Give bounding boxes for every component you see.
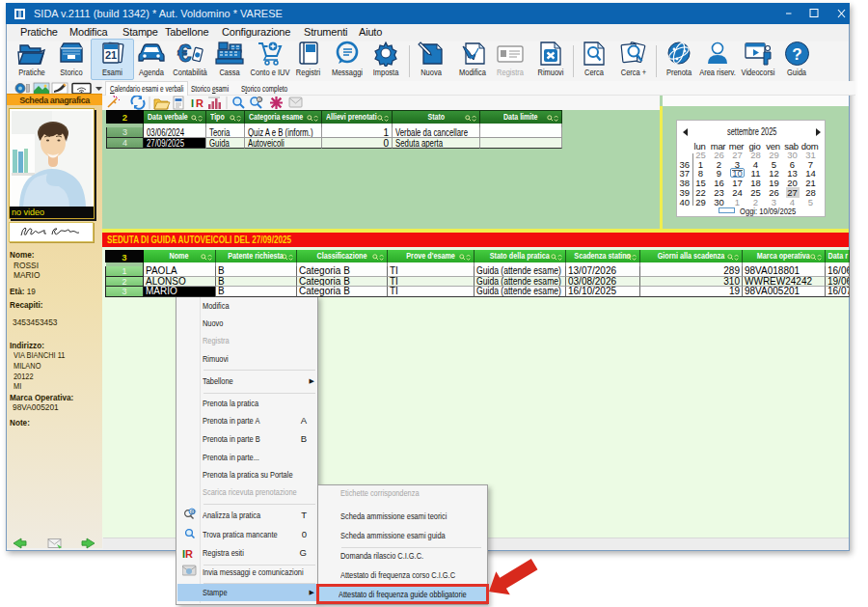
svg-text:?: ? <box>792 45 801 64</box>
svg-text:21: 21 <box>104 49 116 61</box>
svg-text:€: € <box>177 41 191 67</box>
svg-text:R: R <box>196 97 203 109</box>
svg-text:I: I <box>191 97 194 109</box>
svg-text:@: @ <box>258 97 263 102</box>
svg-text:@: @ <box>190 509 196 514</box>
